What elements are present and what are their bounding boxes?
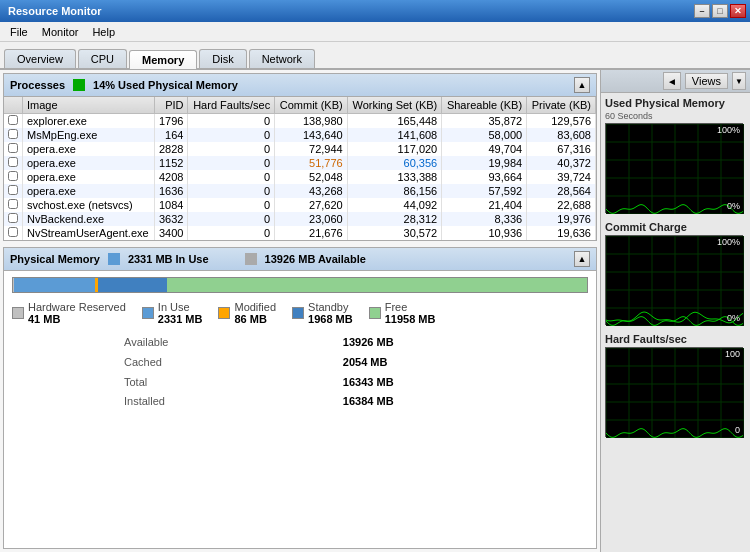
processes-title: Processes xyxy=(10,79,65,91)
row-working-set: 165,448 xyxy=(347,114,442,129)
table-row[interactable]: opera.exe 4208 0 52,048 133,388 93,664 3… xyxy=(4,170,596,184)
row-image: opera.exe xyxy=(23,170,155,184)
menu-bar: File Monitor Help xyxy=(0,22,750,42)
row-commit: 43,268 xyxy=(275,184,348,198)
table-row[interactable]: explorer.exe 1796 0 138,980 165,448 35,8… xyxy=(4,114,596,129)
right-nav-button[interactable]: ◄ xyxy=(663,72,681,90)
col-hard-faults[interactable]: Hard Faults/sec xyxy=(188,97,275,114)
tab-bar: Overview CPU Memory Disk Network xyxy=(0,42,750,70)
legend-item: In Use 2331 MB xyxy=(142,301,203,325)
row-image: MsMpEng.exe xyxy=(23,128,155,142)
row-image: svchost.exe (netsvcs) xyxy=(23,198,155,212)
col-image[interactable]: Image xyxy=(23,97,155,114)
title-bar: Resource Monitor – □ ✕ xyxy=(0,0,750,22)
row-pid: 1152 xyxy=(154,156,188,170)
row-hard-faults: 0 xyxy=(188,226,275,240)
row-working-set: 44,092 xyxy=(347,198,442,212)
row-shareable: 8,336 xyxy=(442,212,527,226)
processes-column-row: Image PID Hard Faults/sec Commit (KB) Wo… xyxy=(4,97,596,114)
memory-legend: Hardware Reserved 41 MB In Use 2331 MB M… xyxy=(4,297,596,329)
physical-memory-title: Physical Memory xyxy=(10,253,100,265)
stat-value: 13926 MB xyxy=(343,333,588,353)
table-row[interactable]: opera.exe 1636 0 43,268 86,156 57,592 28… xyxy=(4,184,596,198)
graph-pct-bottom-1: 0% xyxy=(727,313,740,323)
legend-item: Hardware Reserved 41 MB xyxy=(12,301,126,325)
row-checkbox[interactable] xyxy=(4,226,23,240)
row-shareable: 21,404 xyxy=(442,198,527,212)
menu-help[interactable]: Help xyxy=(86,24,121,40)
col-private[interactable]: Private (KB) xyxy=(527,97,596,114)
views-dropdown-arrow[interactable]: ▼ xyxy=(732,72,746,90)
views-button[interactable]: Views xyxy=(685,73,728,89)
legend-item: Free 11958 MB xyxy=(369,301,436,325)
table-row[interactable]: NvBackend.exe 3632 0 23,060 28,312 8,336… xyxy=(4,212,596,226)
available-label: 13926 MB Available xyxy=(265,253,366,265)
maximize-button[interactable]: □ xyxy=(712,4,728,18)
menu-monitor[interactable]: Monitor xyxy=(36,24,85,40)
row-checkbox[interactable] xyxy=(4,142,23,156)
col-working-set[interactable]: Working Set (KB) xyxy=(347,97,442,114)
row-hard-faults: 0 xyxy=(188,184,275,198)
legend-swatch xyxy=(12,307,24,319)
right-panel: ◄ Views ▼ Used Physical Memory 60 Second… xyxy=(600,70,750,552)
row-image: NvBackend.exe xyxy=(23,212,155,226)
close-button[interactable]: ✕ xyxy=(730,4,746,18)
window-controls: – □ ✕ xyxy=(694,4,746,18)
tab-overview[interactable]: Overview xyxy=(4,49,76,68)
row-checkbox[interactable] xyxy=(4,156,23,170)
row-checkbox[interactable] xyxy=(4,170,23,184)
stats-row: Total 16343 MB xyxy=(124,373,588,393)
row-shareable: 10,936 xyxy=(442,226,527,240)
stats-row: Cached 2054 MB xyxy=(124,353,588,373)
row-commit: 23,060 xyxy=(275,212,348,226)
bar-segment-inuse xyxy=(14,278,95,292)
row-private: 67,316 xyxy=(527,142,596,156)
row-checkbox[interactable] xyxy=(4,128,23,142)
row-hard-faults: 0 xyxy=(188,114,275,129)
row-image: NvStreamUserAgent.exe xyxy=(23,226,155,240)
in-use-label: 2331 MB In Use xyxy=(128,253,209,265)
tab-cpu[interactable]: CPU xyxy=(78,49,127,68)
stat-value: 2054 MB xyxy=(343,353,588,373)
row-private: 22,688 xyxy=(527,198,596,212)
graph-pct-top-1: 100% xyxy=(717,237,740,247)
tab-memory[interactable]: Memory xyxy=(129,50,197,69)
row-working-set: 117,020 xyxy=(347,142,442,156)
row-commit: 27,620 xyxy=(275,198,348,212)
col-commit[interactable]: Commit (KB) xyxy=(275,97,348,114)
table-row[interactable]: svchost.exe (netsvcs) 1084 0 27,620 44,0… xyxy=(4,198,596,212)
row-image: explorer.exe xyxy=(23,114,155,129)
memory-stats-table: Available 13926 MB Cached 2054 MB Total … xyxy=(124,333,588,412)
col-pid[interactable]: PID xyxy=(154,97,188,114)
menu-file[interactable]: File xyxy=(4,24,34,40)
table-row[interactable]: opera.exe 1152 0 51,776 60,356 19,984 40… xyxy=(4,156,596,170)
table-row[interactable]: MsMpEng.exe 164 0 143,640 141,608 58,000… xyxy=(4,128,596,142)
processes-header-left: Processes 14% Used Physical Memory xyxy=(10,79,238,91)
row-checkbox[interactable] xyxy=(4,184,23,198)
minimize-button[interactable]: – xyxy=(694,4,710,18)
row-pid: 2828 xyxy=(154,142,188,156)
row-private: 129,576 xyxy=(527,114,596,129)
row-checkbox[interactable] xyxy=(4,212,23,226)
col-shareable[interactable]: Shareable (KB) xyxy=(442,97,527,114)
row-commit: 21,676 xyxy=(275,226,348,240)
graph-canvas-2 xyxy=(606,348,744,438)
stats-row: Available 13926 MB xyxy=(124,333,588,353)
tab-network[interactable]: Network xyxy=(249,49,315,68)
row-checkbox[interactable] xyxy=(4,198,23,212)
physical-memory-collapse-button[interactable]: ▲ xyxy=(574,251,590,267)
processes-collapse-button[interactable]: ▲ xyxy=(574,77,590,93)
memory-bar xyxy=(12,277,588,293)
row-shareable: 19,984 xyxy=(442,156,527,170)
row-checkbox[interactable] xyxy=(4,114,23,129)
legend-item: Modified 86 MB xyxy=(218,301,276,325)
table-row[interactable]: NvStreamUserAgent.exe 3400 0 21,676 30,5… xyxy=(4,226,596,240)
row-hard-faults: 0 xyxy=(188,156,275,170)
process-table[interactable]: Image PID Hard Faults/sec Commit (KB) Wo… xyxy=(4,97,596,240)
tab-disk[interactable]: Disk xyxy=(199,49,246,68)
row-working-set: 141,608 xyxy=(347,128,442,142)
graph-container-0: 100% 0% xyxy=(605,123,743,213)
row-hard-faults: 0 xyxy=(188,142,275,156)
row-working-set: 60,356 xyxy=(347,156,442,170)
table-row[interactable]: opera.exe 2828 0 72,944 117,020 49,704 6… xyxy=(4,142,596,156)
